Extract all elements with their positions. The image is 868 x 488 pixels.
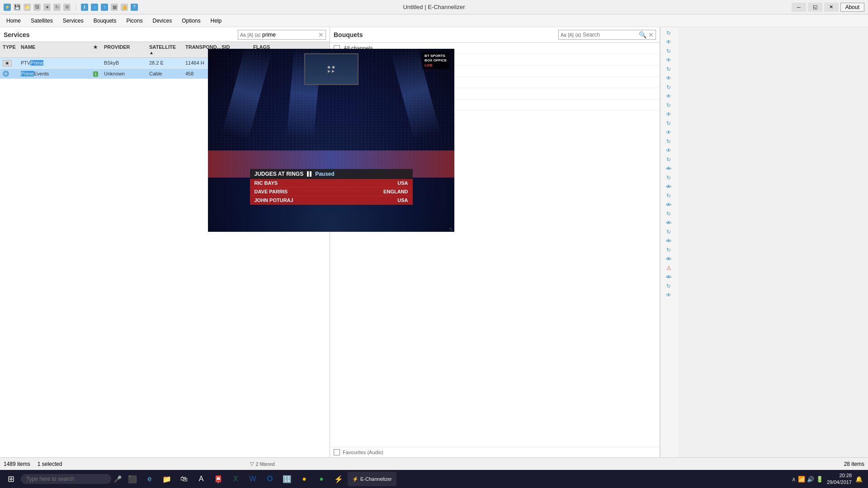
chrome2-icon[interactable]: ● <box>313 471 330 487</box>
menu-home[interactable]: Home <box>2 16 25 26</box>
search-clear-button[interactable]: ✕ <box>318 31 324 38</box>
col-provider[interactable]: PROVIDER <box>101 43 146 56</box>
channelizer-icon[interactable]: ⚡ <box>330 471 347 487</box>
taskbar-search[interactable] <box>21 474 111 484</box>
sidebar-eye-off-6[interactable]: 👁 <box>661 255 676 263</box>
search-flag-a[interactable]: (a) <box>255 33 260 38</box>
sidebar-eye-4[interactable]: 👁 <box>661 92 676 100</box>
help-icon[interactable]: ? <box>131 4 138 11</box>
sidebar-eye-off-4[interactable]: 👁 <box>661 219 676 227</box>
bouquets-flag-A[interactable]: [A] <box>568 33 574 38</box>
info-icon[interactable]: ℹ <box>81 4 88 11</box>
word-icon[interactable]: W <box>245 471 261 487</box>
menu-satellites[interactable]: Satellites <box>26 16 57 26</box>
save2-icon[interactable]: 🖫 <box>33 4 41 11</box>
menu-devices[interactable]: Devices <box>148 16 176 26</box>
restore-button[interactable]: ◱ <box>808 3 822 12</box>
bouquets-flag-aa[interactable]: Aa <box>561 33 566 38</box>
sidebar-eye-off-2[interactable]: 👁 <box>661 183 676 191</box>
outlook-icon[interactable]: O <box>262 471 278 487</box>
sidebar-eye-off-3[interactable]: 👁 <box>661 201 676 209</box>
col-name[interactable]: NAME <box>18 43 90 56</box>
refresh-icon[interactable]: ↻ <box>53 4 61 11</box>
sidebar-eye-7[interactable]: 👁 <box>661 146 676 155</box>
network-icon[interactable]: 📶 <box>798 476 805 483</box>
favourites-audio-item[interactable]: Favourites (Audio) <box>330 447 660 457</box>
calc-icon[interactable]: 🔢 <box>279 471 295 487</box>
sidebar-refresh-6[interactable]: ↻ <box>661 119 676 127</box>
star-icon[interactable]: ★ <box>43 4 51 11</box>
save-icon[interactable]: 💾 <box>14 4 21 11</box>
store-icon[interactable]: 🛍 <box>176 471 192 487</box>
minimize-button[interactable]: ─ <box>792 3 806 12</box>
task-view-button[interactable]: ⬛ <box>124 471 141 487</box>
sidebar-eye-off-1[interactable]: 👁 <box>661 164 676 173</box>
sidebar-eye-5[interactable]: 👁 <box>661 110 676 118</box>
sidebar-refresh-11[interactable]: ↻ <box>661 210 676 218</box>
sidebar-error-1[interactable]: ⚠ <box>661 264 676 272</box>
sidebar-refresh-9[interactable]: ↻ <box>661 174 676 182</box>
folder-icon[interactable]: 📁 <box>24 4 31 11</box>
sidebar-eye-3[interactable]: 👁 <box>661 74 676 82</box>
edge-icon[interactable]: e <box>142 471 158 487</box>
chrome-icon[interactable]: ● <box>296 471 312 487</box>
download-icon[interactable]: ↓ <box>91 4 98 11</box>
sidebar-eye-off-5[interactable]: 👁 <box>661 237 676 245</box>
sidebar-refresh-7[interactable]: ↻ <box>661 137 676 145</box>
grid-icon[interactable]: ▦ <box>111 4 118 11</box>
col-type[interactable]: TYPE <box>0 43 18 56</box>
sidebar-eye-8[interactable]: 👁 <box>661 291 676 299</box>
about-button[interactable]: About <box>840 3 864 12</box>
menu-help[interactable]: Help <box>206 16 226 26</box>
bouquets-flag-a[interactable]: (a) <box>576 33 581 38</box>
clock[interactable]: 20:28 29/04/2017 <box>827 472 852 486</box>
sidebar-refresh-1[interactable]: ↻ <box>661 29 676 37</box>
bouquets-search-icon[interactable]: 🔍 <box>639 31 646 38</box>
sidebar-refresh-14[interactable]: ↻ <box>661 282 676 290</box>
sidebar-eye-1[interactable]: 👁 <box>661 38 676 46</box>
sidebar-eye-2[interactable]: 👁 <box>661 56 676 64</box>
active-app-button[interactable]: ⚡ E-Channelizer <box>348 472 396 486</box>
battery-icon[interactable]: 🔋 <box>816 476 823 483</box>
sidebar-refresh-8[interactable]: ↻ <box>661 155 676 164</box>
col-satellite[interactable]: SATELLITE ▲ <box>146 43 183 56</box>
app1-icon[interactable]: 📮 <box>210 471 226 487</box>
col-fav[interactable]: ★ <box>90 43 101 56</box>
sidebar-refresh-12[interactable]: ↻ <box>661 228 676 236</box>
menu-bouquets[interactable]: Bouquets <box>89 16 121 26</box>
sidebar-refresh-4[interactable]: ↻ <box>661 83 676 91</box>
bouquet-checkbox[interactable] <box>334 449 340 455</box>
search-flag-aa[interactable]: Aa <box>240 33 245 38</box>
sidebar-refresh-2[interactable]: ↻ <box>661 47 676 55</box>
sidebar-refresh-3[interactable]: ↻ <box>661 65 676 73</box>
search-flag-A[interactable]: [A] <box>248 33 253 38</box>
search-input[interactable] <box>262 32 316 38</box>
volume-icon[interactable]: 🔊 <box>807 476 814 483</box>
start-button[interactable]: ⊞ <box>2 470 20 488</box>
microphone-icon[interactable]: 🎤 <box>112 475 123 483</box>
sidebar-refresh-13[interactable]: ↻ <box>661 246 676 254</box>
bouquets-search-input[interactable] <box>583 32 637 38</box>
bouquets-search-close[interactable]: ✕ <box>648 31 654 38</box>
sidebar-eye-6[interactable]: 👁 <box>661 128 676 136</box>
sidebar-eye-off-7[interactable]: 👁 <box>661 273 676 281</box>
menu-services[interactable]: Services <box>58 16 88 26</box>
menu-picons[interactable]: Picons <box>122 16 147 26</box>
video-resize-handle[interactable]: ⤡ <box>449 226 453 231</box>
menu-options[interactable]: Options <box>177 16 205 26</box>
close-button[interactable]: ✕ <box>824 3 839 12</box>
tray-up-arrow[interactable]: ∧ <box>792 476 796 483</box>
clock-time: 20:28 <box>827 472 852 479</box>
sidebar-refresh-5[interactable]: ↻ <box>661 101 676 109</box>
judge-row-2: DAVE PARRIS ENGLAND <box>250 188 413 196</box>
excel-icon[interactable]: X <box>227 471 244 487</box>
sidebar-refresh-10[interactable]: ↻ <box>661 192 676 200</box>
upload-icon[interactable]: ↑ <box>101 4 108 11</box>
thumbup-icon[interactable]: 👍 <box>121 4 128 11</box>
settings-icon[interactable]: ⚙ <box>63 4 71 11</box>
bouquets-search: Aa [A] (a) 🔍 ✕ <box>558 30 656 40</box>
file-explorer-icon[interactable]: 📁 <box>159 471 175 487</box>
osd-overlay: JUDGES AT RINGS Paused RIC BAYS USA DAVE… <box>250 169 413 205</box>
notification-icon[interactable]: 🔔 <box>855 476 863 483</box>
asus-icon[interactable]: A <box>193 471 209 487</box>
